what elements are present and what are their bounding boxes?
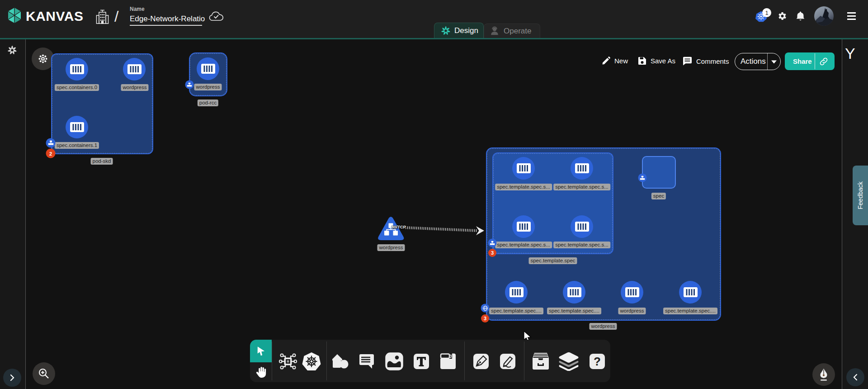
svg-text:?: ? (594, 355, 601, 368)
